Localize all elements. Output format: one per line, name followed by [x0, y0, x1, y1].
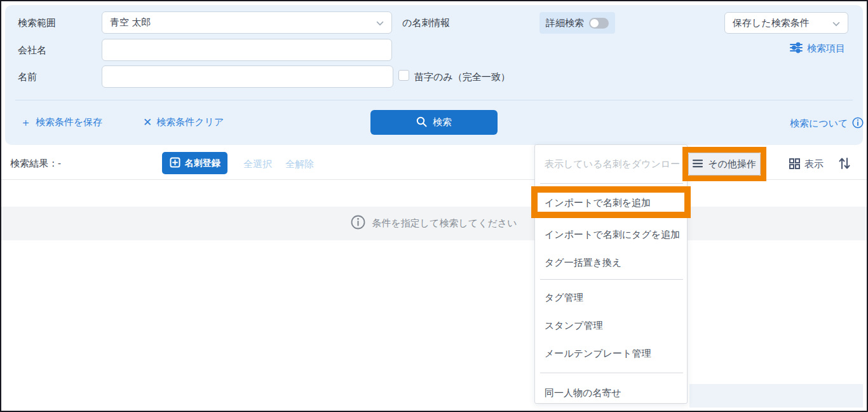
menu-item-import-add-cards[interactable]: インポートで名刺を追加	[535, 190, 687, 216]
menu-divider	[540, 279, 683, 280]
search-items-label: 検索項目	[807, 43, 845, 55]
scope-select[interactable]: 青空 太郎	[102, 11, 392, 34]
menu-divider	[540, 373, 683, 373]
register-card-button[interactable]: 名刺登録	[162, 152, 227, 174]
select-all-link: 全選択	[243, 158, 272, 170]
view-mode-button[interactable]: 表示	[804, 158, 824, 170]
background-panel-edge	[689, 384, 863, 408]
empty-state-message: 条件を指定して検索してください	[372, 217, 517, 230]
sort-icon[interactable]	[837, 156, 851, 174]
surname-only-checkbox[interactable]	[398, 70, 409, 81]
card-search-page: 検索範囲 青空 太郎 の名刺情報 詳細検索 保存した検索条件 会社名 検	[0, 0, 868, 412]
search-button[interactable]: 検索	[370, 110, 498, 135]
menu-divider	[540, 183, 683, 184]
about-search-link[interactable]: 検索について	[790, 117, 864, 130]
register-card-label: 名刺登録	[185, 158, 220, 169]
advanced-search-label: 詳細検索	[546, 17, 584, 29]
menu-item-import-add-tags[interactable]: インポートで名刺にタグを追加	[535, 222, 687, 247]
menu-item-stamp-management[interactable]: スタンプ管理	[535, 313, 687, 338]
saved-conditions-select[interactable]: 保存した検索条件	[724, 12, 848, 34]
menu-item-tag-management[interactable]: タグ管理	[535, 285, 687, 310]
scope-suffix-text: の名刺情報	[402, 17, 450, 29]
toggle-off-icon[interactable]	[589, 18, 609, 29]
about-search-label: 検索について	[790, 118, 848, 130]
menu-item-mail-template-management[interactable]: メールテンプレート管理	[535, 341, 687, 366]
save-conditions-label: 検索条件を保存	[36, 116, 102, 128]
advanced-search-toggle[interactable]: 詳細検索	[539, 12, 615, 34]
chevron-down-icon	[376, 17, 384, 28]
save-conditions-link[interactable]: ＋ 検索条件を保存	[20, 116, 102, 128]
menu-item-download-cards: 表示している名刺をダウンロード	[535, 151, 687, 177]
company-input[interactable]	[102, 39, 392, 61]
grid-icon	[789, 158, 800, 172]
clear-selection-link: 全解除	[285, 158, 314, 170]
name-input[interactable]	[102, 65, 393, 88]
info-icon	[852, 117, 864, 130]
card-plus-icon	[170, 157, 180, 170]
company-label: 会社名	[18, 45, 46, 57]
menu-item-merge-same-person[interactable]: 同一人物の名寄せ	[535, 380, 687, 406]
surname-only-label: 苗字のみ（完全一致）	[414, 71, 510, 83]
toolbar-divider	[1, 179, 867, 180]
hamburger-icon	[693, 159, 703, 170]
other-actions-label: その他操作	[708, 158, 756, 170]
search-icon	[416, 116, 427, 129]
scope-select-value: 青空 太郎	[110, 17, 371, 29]
chevron-down-icon	[832, 18, 840, 29]
results-count-label: 検索結果：-	[10, 158, 61, 170]
panel-divider	[15, 100, 853, 100]
menu-item-bulk-replace-tags[interactable]: タグ一括置き換え	[535, 250, 687, 275]
clear-conditions-link[interactable]: ✕ 検索条件クリア	[143, 116, 224, 128]
search-button-label: 検索	[433, 116, 452, 128]
clear-conditions-label: 検索条件クリア	[156, 116, 224, 128]
scope-label: 検索範囲	[18, 17, 56, 29]
plus-icon: ＋	[20, 117, 31, 128]
other-actions-menu: 表示している名刺をダウンロード インポートで名刺を追加 インポートで名刺にタグを…	[534, 144, 688, 404]
search-items-link[interactable]: 検索項目	[790, 42, 845, 55]
info-icon	[351, 215, 365, 232]
sliders-icon	[790, 42, 803, 55]
clear-icon: ✕	[143, 117, 152, 128]
empty-state-band: 条件を指定して検索してください	[1, 207, 867, 240]
name-label: 名前	[18, 71, 37, 83]
saved-conditions-placeholder: 保存した検索条件	[733, 17, 827, 29]
other-actions-button[interactable]: その他操作	[688, 153, 761, 175]
